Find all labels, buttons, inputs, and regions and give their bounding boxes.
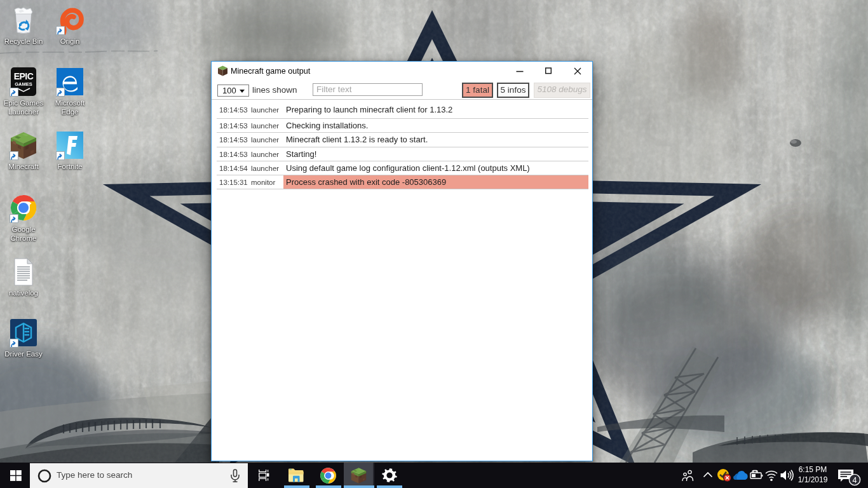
svg-text:4: 4	[853, 476, 857, 485]
svg-text:GAMES: GAMES	[15, 81, 32, 87]
svg-text:EPIC: EPIC	[14, 71, 34, 81]
